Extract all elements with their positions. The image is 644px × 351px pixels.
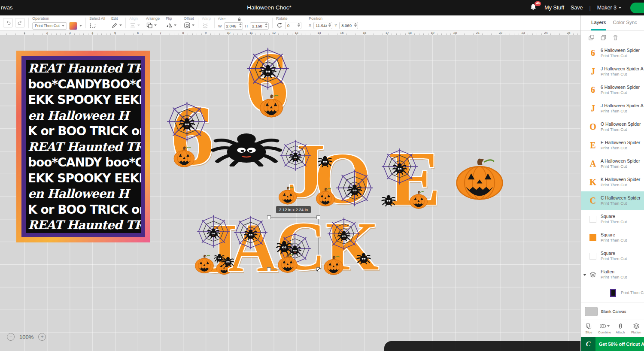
canvas-item-o-joe[interactable]: O — [309, 149, 374, 207]
offset-icon — [184, 22, 191, 29]
blank-canvas-row[interactable]: Blank Canvas — [581, 303, 644, 320]
selection-handle[interactable] — [316, 215, 320, 219]
flatten-button[interactable]: Flatten — [628, 320, 644, 337]
canvas-item-c-jack-selected[interactable]: C 2.12 in x 2.24 in — [269, 217, 319, 269]
stepper-icon[interactable] — [239, 23, 242, 27]
promo-banner[interactable]: C Get 50% off Cricut Acc — [581, 337, 644, 351]
slice-label: Slice — [585, 330, 592, 334]
duplicate-icon[interactable] — [600, 34, 607, 41]
zoom-out-button[interactable]: − — [7, 333, 15, 341]
stepper-icon[interactable] — [265, 23, 267, 27]
zoom-level: 100% — [19, 334, 33, 340]
chevron-down-icon — [137, 24, 140, 26]
layer-item[interactable]: O O Halloween Spider Print Then Cut — [581, 118, 644, 136]
tab-color-sync[interactable]: Color Sync — [613, 15, 637, 30]
ruler-horizontal: 1234567891011121314151617181920212223242… — [0, 31, 580, 35]
layer-item[interactable]: J J Halloween Spider A Print Then Cut — [581, 62, 644, 81]
ruler-number: 23 — [521, 31, 525, 35]
edit-button[interactable] — [111, 22, 122, 29]
canvas-item-e-joe[interactable]: E — [378, 147, 436, 209]
canvas-item-spider[interactable] — [210, 124, 283, 166]
chevron-down-icon — [119, 24, 122, 26]
lock-icon[interactable] — [237, 17, 242, 21]
flip-label: Flip — [166, 17, 176, 21]
spider-icon — [318, 153, 332, 167]
layer-thumb-letter: C — [590, 196, 596, 206]
zoom-in-button[interactable]: + — [38, 333, 46, 341]
layer-item[interactable]: A A Halloween Spider Print Then Cut — [581, 154, 644, 173]
canvas-item-6-left[interactable]: 6 — [167, 100, 214, 173]
layer-item[interactable]: 6 6 Halloween Spider Print Then Cut — [581, 81, 644, 99]
layer-name: O Halloween Spider — [601, 121, 641, 127]
color-swatch-button[interactable] — [69, 22, 77, 30]
undo-button[interactable] — [3, 18, 13, 27]
ruler-number: 17 — [386, 31, 389, 35]
layer-item[interactable]: Square Print Then Cut — [581, 210, 644, 228]
canvas-item-pumpkin[interactable] — [452, 157, 507, 201]
layer-item[interactable]: E E Halloween Spider Print Then Cut — [581, 136, 644, 154]
layer-item[interactable]: J J Halloween Spider A Print Then Cut — [581, 99, 644, 118]
chevron-down-icon — [619, 7, 621, 9]
size-label: Size — [218, 17, 226, 21]
chevron-down-icon — [79, 25, 82, 27]
trash-icon[interactable] — [612, 34, 619, 41]
operation-dropdown[interactable]: Print Then Cut — [32, 22, 67, 30]
group-icon[interactable] — [588, 34, 595, 41]
redo-button[interactable] — [15, 18, 25, 27]
blank-canvas-label: Blank Canvas — [601, 309, 626, 314]
selection-handle[interactable] — [267, 215, 271, 219]
ruler-number: 8 — [182, 31, 184, 35]
layer-item[interactable]: Print Then Cut — [581, 284, 644, 302]
canvas-item-6-top[interactable]: 6 — [240, 47, 298, 124]
layer-item[interactable]: Square Print Then Cut — [581, 228, 644, 247]
ruler-number: 4 — [91, 31, 93, 35]
make-it-button[interactable] — [630, 3, 644, 13]
stepper-icon[interactable] — [298, 23, 300, 27]
layer-thumb-letter: E — [590, 140, 595, 150]
poster-text-line: K or BOO TRICK or 13 — [28, 124, 139, 139]
selection-handle[interactable] — [267, 267, 271, 271]
arrange-button[interactable] — [146, 22, 157, 29]
poster-text-line: boo*CANDYBOO*C — [28, 233, 139, 238]
combine-button[interactable]: Combine — [597, 320, 613, 337]
resize-handle-icon[interactable] — [316, 267, 321, 272]
poster-text-line: en Halloween H — [28, 186, 139, 202]
flip-button[interactable] — [166, 22, 176, 29]
machine-selector[interactable]: Maker 3 — [597, 5, 621, 11]
design-canvas[interactable]: REAT Haunted TREAT Hauboo*CANDYBOO*CEKK … — [0, 35, 580, 351]
chevron-down-icon[interactable] — [582, 272, 588, 277]
square-swatch — [589, 253, 596, 260]
layer-item[interactable]: Square Print Then Cut — [581, 247, 644, 265]
notifications-button[interactable]: 46 — [529, 3, 538, 12]
offset-button[interactable] — [184, 22, 194, 29]
canvas-item-k-jack[interactable]: K — [322, 217, 376, 281]
chevron-down-icon — [62, 25, 64, 27]
attach-button[interactable]: Attach — [613, 320, 629, 337]
poster-text-line: boo*CANDYBOO*C — [28, 77, 139, 93]
align-button[interactable] — [129, 22, 140, 29]
halloween-poster[interactable]: REAT Haunted TREAT Hauboo*CANDYBOO*CEKK … — [16, 51, 150, 242]
my-stuff-link[interactable]: My Stuff — [544, 5, 564, 11]
slice-button[interactable]: Slice — [581, 320, 597, 337]
stepper-icon[interactable] — [328, 23, 331, 27]
rotate-label: Rotate — [276, 17, 301, 21]
layer-item[interactable]: 6 6 Halloween Spider Print Then Cut — [581, 44, 644, 62]
layer-name: A Halloween Spider — [601, 158, 640, 164]
tab-layers[interactable]: Layers — [591, 15, 606, 30]
spiderweb-icon — [167, 101, 207, 142]
layer-name: Flatten — [601, 269, 627, 275]
cricut-logo: C — [581, 337, 595, 351]
pumpkin-icon — [452, 157, 507, 201]
bottom-overlay — [384, 341, 580, 351]
rotate-button[interactable] — [276, 22, 283, 29]
warp-button[interactable] — [202, 22, 209, 29]
save-link[interactable]: Save — [571, 5, 583, 11]
layer-item[interactable]: Flatten Print Then Cut — [581, 265, 644, 284]
layer-thumbnail — [588, 231, 598, 245]
stepper-icon[interactable] — [354, 23, 357, 27]
pumpkin-icon — [276, 253, 299, 273]
select-all-button[interactable] — [89, 22, 96, 29]
layer-item[interactable]: C C Halloween Spider Print Then Cut — [581, 191, 644, 210]
operation-label: Operation — [32, 17, 82, 21]
layer-item[interactable]: K K Halloween Spider Print Then Cut — [581, 173, 644, 191]
